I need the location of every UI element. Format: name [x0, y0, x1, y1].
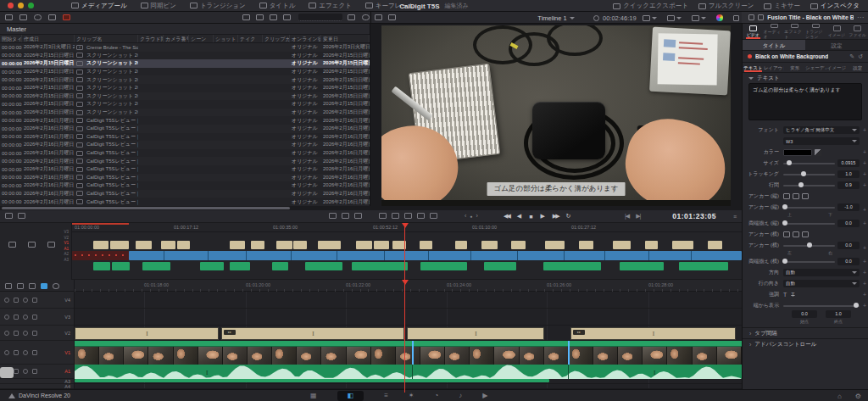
panel-toggle-button[interactable]: キーフレーム: [360, 0, 420, 12]
media-clip-row[interactable]: 00:00:00:00 2026年2月15日日曜日 13:28... スクリーン…: [0, 52, 370, 60]
track-header[interactable]: V2: [0, 326, 74, 341]
slider[interactable]: [783, 261, 835, 263]
next-edit-button[interactable]: ▶|: [636, 213, 640, 220]
timeline-inspector-icon[interactable]: [758, 14, 764, 20]
value-input[interactable]: 0.0915: [837, 159, 860, 167]
auto-select-icon[interactable]: [4, 331, 9, 336]
minimap-title-clip[interactable]: [545, 241, 565, 249]
slider[interactable]: [783, 174, 835, 175]
minimap-audio-clip[interactable]: [543, 262, 601, 270]
auto-select-icon[interactable]: [4, 350, 9, 355]
edit-point-marker[interactable]: [412, 341, 414, 365]
cloud-icon[interactable]: [34, 14, 42, 20]
inspector-tab[interactable]: イメージ: [826, 24, 848, 39]
timeline-ruler[interactable]: 01:01:18:0001:01:20:0001:01:22:0001:01:2…: [0, 280, 742, 292]
thumbnail-view-icon[interactable]: [242, 14, 250, 20]
track-v1-lane[interactable]: [75, 341, 742, 365]
minimap-audio-clip[interactable]: [620, 262, 664, 270]
slider-knob[interactable]: [782, 204, 787, 209]
minimap-title-clip[interactable]: [177, 241, 190, 249]
auto-select-icon[interactable]: [4, 298, 9, 303]
title-clip[interactable]: ][: [407, 327, 544, 340]
audio-tracks-icon[interactable]: [28, 242, 36, 248]
solo-icon[interactable]: [23, 369, 28, 374]
slider-knob[interactable]: [782, 259, 787, 264]
value-input[interactable]: 1.0: [837, 170, 860, 178]
page-button[interactable]: ◧: [337, 391, 364, 401]
underline-button[interactable]: T: [783, 292, 787, 298]
viewer-options-icon[interactable]: ≡: [733, 214, 737, 220]
dropdown[interactable]: ヒラギノ角ゴ 簡体中文: [783, 126, 860, 134]
value-input[interactable]: 0.0: [837, 220, 860, 227]
annotate-icon[interactable]: [342, 213, 349, 219]
minimap-title-clip[interactable]: [579, 241, 593, 249]
mute-icon[interactable]: [32, 369, 37, 374]
search-input[interactable]: [298, 14, 342, 21]
flag-marker-icon[interactable]: [53, 283, 59, 289]
minimap-title-clip[interactable]: [374, 241, 389, 249]
minimap-audio-clip[interactable]: [305, 262, 342, 270]
lock-track-icon[interactable]: [14, 331, 19, 336]
dropdown[interactable]: W3: [783, 137, 860, 145]
video-tracks-icon[interactable]: [8, 242, 16, 248]
audio-fader-handle[interactable]: [0, 367, 14, 378]
track-v2-lane[interactable]: ][ ▸▸ ][ ][ ▸▸: [75, 326, 742, 341]
inspector-tab[interactable]: ファイル: [847, 24, 868, 39]
value-input[interactable]: 0.0: [837, 242, 860, 249]
snapping-icon[interactable]: [41, 283, 47, 289]
media-clip-row[interactable]: 00:00:00:00 2026年2月16日月曜日 23:11... CalDi…: [0, 141, 370, 149]
previous-edit-button[interactable]: |◀: [625, 213, 629, 220]
mute-icon[interactable]: [32, 350, 37, 355]
clip-inspector-icon[interactable]: [748, 14, 754, 20]
panel-toggle-button[interactable]: ミキサー: [759, 0, 805, 12]
proxy-dropdown[interactable]: [667, 15, 682, 21]
dropdown[interactable]: 自動: [783, 280, 860, 287]
track-v3-lane[interactable]: [75, 309, 742, 326]
minimap-title-clip[interactable]: [356, 241, 372, 249]
mute-icon[interactable]: [32, 315, 37, 320]
panel-toggle-button[interactable]: クイックエクスポート: [608, 0, 693, 12]
anchor-align-buttons[interactable]: [783, 193, 809, 199]
media-clip-row[interactable]: 00:00:00:00 2026年2月15日日曜日 13:28... スクリーン…: [0, 92, 370, 101]
minimap-audio-clip[interactable]: [679, 262, 728, 270]
media-clip-row[interactable]: 00:00:00:00 2026年2月15日日曜日 13:28... スクリーン…: [0, 68, 370, 76]
slider[interactable]: [783, 305, 860, 307]
close-window-icon[interactable]: [8, 3, 14, 8]
media-clip-row[interactable]: 00:00:00:00 2026年2月3日火曜日 22:51:20 ♪Creme…: [0, 43, 370, 52]
inspector-tab[interactable]: オーディオ: [764, 24, 785, 39]
media-clip-row[interactable]: 00:00:00:00 2026年2月15日日曜日 13:28... スクリーン…: [0, 109, 370, 117]
jog-control[interactable]: ‹●›: [465, 213, 478, 219]
slider[interactable]: [783, 223, 835, 225]
minimap-title-clip[interactable]: [481, 241, 498, 249]
mute-icon[interactable]: [32, 298, 37, 303]
media-clip-row[interactable]: 00:00:00:00 2026年2月16日月曜日 23:11... CalDi…: [0, 149, 370, 158]
minimap-title-clip[interactable]: [276, 241, 292, 249]
minimap-audio-clip[interactable]: [272, 262, 288, 270]
razor-icon[interactable]: [29, 283, 36, 289]
media-clip-row[interactable]: 00:00:00:00 2026年2月15日日曜日 13:28... スクリーン…: [0, 100, 370, 109]
section-tab[interactable]: シェーディング: [805, 63, 826, 72]
page-button[interactable]: ♪: [459, 390, 462, 401]
settings-gear-icon[interactable]: ⚙: [855, 393, 861, 400]
media-clip-row[interactable]: 00:00:00:00 2026年2月16日月曜日 23:11... CalDi…: [0, 181, 370, 190]
anchor-align-buttons[interactable]: [783, 231, 809, 237]
title-clip[interactable]: ▸▸ ][: [221, 327, 404, 340]
mute-icon[interactable]: [32, 331, 37, 336]
inspector-subtab[interactable]: 設定: [805, 40, 868, 50]
lock-track-icon[interactable]: [14, 315, 19, 320]
video-clip-header[interactable]: [75, 341, 742, 347]
filmstrip-view-icon[interactable]: [256, 14, 264, 20]
voiceover-icon[interactable]: [392, 213, 399, 219]
edit-point-marker[interactable]: [568, 341, 570, 365]
media-clip-row[interactable]: 00:00:00:00 2026年2月15日日曜日 13:28... スクリーン…: [0, 59, 370, 68]
reset-icon[interactable]: ↺: [858, 53, 863, 60]
minimap-title-clip[interactable]: [672, 241, 693, 249]
strikethrough-button[interactable]: T: [791, 292, 794, 298]
page-button[interactable]: ≡: [384, 390, 388, 401]
media-clip-row[interactable]: 00:00:00:00 2026年2月16日月曜日 23:11... CalDi…: [0, 190, 370, 198]
timeline-view-icon[interactable]: [5, 213, 13, 219]
slider-knob[interactable]: [787, 160, 792, 165]
minimap-marked-clip[interactable]: [72, 251, 129, 260]
solo-icon[interactable]: [23, 298, 28, 303]
track-header[interactable]: V4: [0, 292, 74, 309]
